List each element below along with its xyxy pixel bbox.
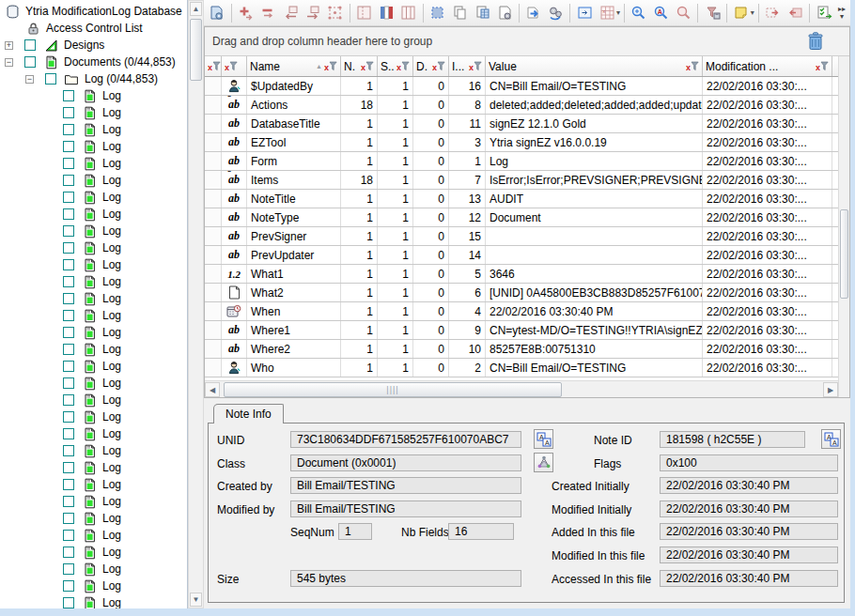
table-row[interactable]: abNoteTitle11013AUDIT22/02/2016 03:30:..… bbox=[205, 190, 838, 208]
row-selector[interactable] bbox=[205, 284, 222, 301]
nbfields-field[interactable]: 16 bbox=[448, 523, 514, 540]
cell-i[interactable]: 12 bbox=[449, 208, 486, 226]
cell-modification[interactable]: 22/02/2016 03:30:... bbox=[703, 340, 832, 358]
grid-v-scrollbar[interactable] bbox=[838, 56, 849, 397]
cell-d[interactable]: 0 bbox=[413, 246, 449, 264]
row-selector[interactable] bbox=[205, 152, 222, 170]
cell-n[interactable]: 1 bbox=[341, 284, 378, 301]
cell-value[interactable]: 85257E8B:00751310 bbox=[486, 340, 703, 358]
collapse-panel-button[interactable] bbox=[785, 2, 807, 24]
page-gear-button[interactable] bbox=[493, 2, 516, 24]
cell-n[interactable]: 1 bbox=[341, 133, 378, 151]
tree-item-log[interactable]: Log bbox=[0, 442, 187, 459]
table-row[interactable]: abNoteType11012Document22/02/2016 03:30:… bbox=[205, 208, 838, 227]
cell-n[interactable]: 1 bbox=[341, 152, 378, 170]
modified-initially-field[interactable]: 22/02/2016 03:30:40 PM bbox=[660, 500, 838, 517]
row-selector[interactable] bbox=[205, 96, 222, 114]
tree-checkbox[interactable] bbox=[63, 462, 74, 473]
collapse-icon[interactable]: − bbox=[5, 58, 13, 67]
cell-value[interactable]: deleted;added;deleted;added;added;update… bbox=[486, 96, 703, 114]
grid-v-scroll-thumb[interactable] bbox=[840, 209, 848, 298]
cell-value[interactable] bbox=[486, 227, 703, 245]
tree-checkbox[interactable] bbox=[63, 158, 74, 169]
column-header-value[interactable]: Valuex bbox=[486, 56, 703, 76]
cell-i[interactable]: 11 bbox=[449, 115, 486, 132]
filter-icon[interactable]: x bbox=[816, 61, 829, 71]
tree-item-log[interactable]: Log bbox=[0, 527, 187, 544]
cell-s[interactable]: 1 bbox=[378, 265, 413, 283]
table-row[interactable]: abEZTool1103Ytria signEZ v16.0.0.1922/02… bbox=[205, 133, 838, 152]
tree-checkbox[interactable] bbox=[63, 276, 74, 287]
table-row[interactable]: abPrevSigner1101522/02/2016 03:30:... bbox=[205, 227, 838, 246]
auto-process-button[interactable] bbox=[545, 2, 567, 24]
tree-checkbox[interactable] bbox=[63, 445, 74, 456]
tree-item-log[interactable]: Log bbox=[0, 476, 187, 493]
size-field[interactable]: 545 bytes bbox=[290, 570, 521, 587]
cell-d[interactable]: 0 bbox=[413, 96, 449, 114]
table-row[interactable]: What21106[UNID] 0A45800EB3CB883D85257F61… bbox=[205, 284, 838, 302]
tree-checkbox[interactable] bbox=[45, 73, 56, 85]
row-selector[interactable] bbox=[205, 115, 222, 132]
tree-checkbox[interactable] bbox=[63, 107, 74, 118]
accessed-in-this-file-field[interactable]: 22/02/2016 03:30:40 PM bbox=[660, 570, 838, 587]
h-scroll-thumb[interactable]: |||| bbox=[224, 382, 562, 397]
group-by-bar[interactable]: Drag and drop column header here to grou… bbox=[205, 27, 849, 56]
tree-checkbox[interactable] bbox=[63, 310, 74, 321]
cell-modification[interactable]: 22/02/2016 03:30:... bbox=[703, 321, 832, 339]
cell-value[interactable]: [UNID] 0A45800EB3CB883D85257F610070A1CC bbox=[486, 284, 703, 301]
cell-d[interactable]: 0 bbox=[413, 115, 449, 132]
cell-modification[interactable]: 22/02/2016 03:30:... bbox=[703, 246, 832, 264]
table-row[interactable]: abItems18107IsError;IsError;PREVSIGNER;P… bbox=[205, 171, 838, 190]
scroll-left-icon[interactable]: ◀ bbox=[205, 382, 220, 397]
cell-s[interactable]: 1 bbox=[378, 133, 413, 151]
fit-window-button[interactable] bbox=[573, 2, 596, 24]
tree-item-log[interactable]: Log bbox=[0, 206, 187, 223]
cell-value[interactable]: 3646 bbox=[486, 265, 703, 283]
cell-i[interactable]: 1 bbox=[449, 152, 486, 170]
tree-checkbox[interactable] bbox=[63, 293, 74, 304]
cell-value[interactable]: signEZ 12.1.0 Gold bbox=[486, 115, 703, 132]
row-selector[interactable] bbox=[205, 340, 222, 358]
checkin-note-button[interactable] bbox=[279, 2, 302, 24]
cell-s[interactable]: 1 bbox=[378, 115, 413, 132]
cell-modification[interactable]: 22/02/2016 03:30:... bbox=[703, 302, 832, 320]
dropdown-caret-icon[interactable]: ▾ bbox=[751, 8, 754, 17]
cell-d[interactable]: 0 bbox=[413, 133, 449, 151]
cell-n[interactable]: 1 bbox=[341, 77, 378, 95]
tree-checkbox[interactable] bbox=[63, 547, 74, 558]
row-selector[interactable] bbox=[205, 265, 222, 283]
cell-name[interactable]: PrevSigner bbox=[247, 227, 341, 245]
row-selector[interactable] bbox=[205, 77, 222, 95]
cell-modification[interactable]: 22/02/2016 03:30:... bbox=[703, 359, 832, 377]
cell-modification[interactable]: 22/02/2016 03:30:... bbox=[703, 227, 832, 245]
tree-checkbox[interactable] bbox=[63, 428, 74, 439]
unid-field[interactable]: 73C180634DDF671585257F610070ABC7 bbox=[290, 431, 521, 448]
tree-item-log[interactable]: Log bbox=[0, 392, 187, 408]
cell-name[interactable]: Items bbox=[247, 171, 341, 189]
cell-modification[interactable]: 22/02/2016 03:30:... bbox=[703, 152, 832, 170]
column-header-row[interactable]: x bbox=[222, 56, 247, 76]
freeze-column-button[interactable] bbox=[353, 2, 376, 24]
expand-panel-button[interactable] bbox=[762, 2, 785, 24]
filter-icon[interactable]: x bbox=[469, 61, 482, 71]
tree-item-log[interactable]: Log bbox=[0, 561, 187, 578]
tree-item-log[interactable]: Log bbox=[0, 459, 187, 476]
cell-n[interactable]: 18 bbox=[341, 96, 378, 114]
tree-item-log[interactable]: Log bbox=[0, 341, 187, 358]
cell-modification[interactable]: 22/02/2016 03:30:... bbox=[703, 115, 832, 132]
tree-item-log[interactable]: Log bbox=[0, 594, 187, 608]
cell-name[interactable]: NoteType bbox=[247, 208, 341, 226]
cell-i[interactable]: 7 bbox=[449, 171, 486, 189]
scroll-down-icon[interactable]: ▼ bbox=[190, 593, 202, 607]
cell-value[interactable]: 22/02/2016 03:30:40 PM bbox=[486, 302, 703, 320]
cell-s[interactable]: 1 bbox=[378, 227, 413, 245]
row-selector[interactable] bbox=[205, 321, 222, 339]
color-columns-button[interactable] bbox=[375, 2, 397, 24]
tree-item-log[interactable]: Log bbox=[0, 307, 187, 324]
cell-d[interactable]: 0 bbox=[413, 77, 449, 95]
added-in-this-file-field[interactable]: 22/02/2016 03:30:40 PM bbox=[660, 523, 838, 540]
column-header-n[interactable]: N.x bbox=[341, 56, 378, 76]
cell-name[interactable]: EZTool bbox=[247, 133, 341, 151]
database-tool-button[interactable] bbox=[206, 2, 228, 24]
tree-checkbox[interactable] bbox=[63, 513, 74, 524]
